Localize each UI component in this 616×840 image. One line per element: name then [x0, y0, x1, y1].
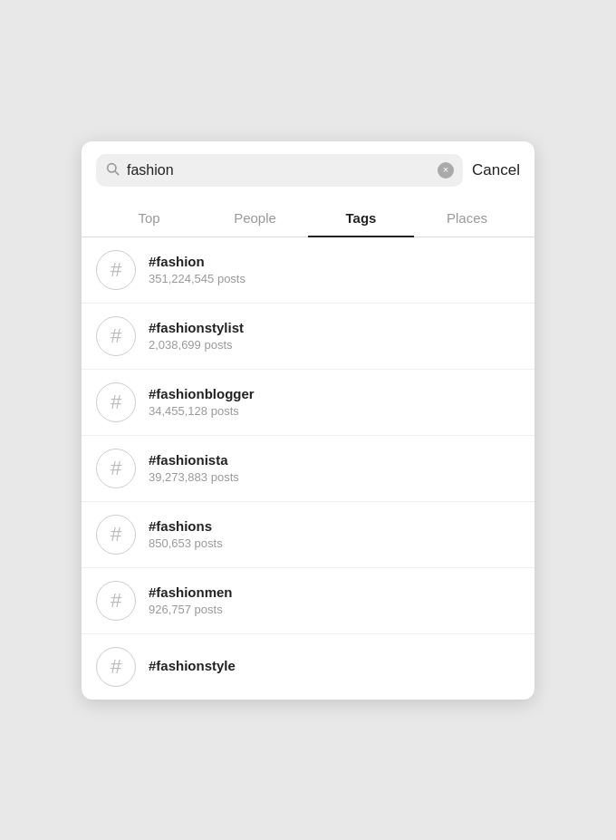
- result-text: #fashions 850,653 posts: [149, 518, 223, 550]
- result-count: 34,455,128 posts: [149, 404, 255, 418]
- search-icon: [105, 161, 120, 179]
- result-count: 39,273,883 posts: [149, 470, 239, 484]
- list-item[interactable]: # #fashionstyle: [82, 634, 534, 700]
- list-item[interactable]: # #fashionstylist 2,038,699 posts: [82, 304, 534, 370]
- list-item[interactable]: # #fashionista 39,273,883 posts: [82, 436, 534, 502]
- hashtag-icon: #: [96, 581, 136, 621]
- search-bar: × Cancel: [82, 141, 534, 199]
- result-text: #fashionblogger 34,455,128 posts: [149, 386, 255, 418]
- hashtag-icon: #: [96, 449, 136, 488]
- result-name: #fashionmen: [149, 584, 233, 600]
- search-input[interactable]: [127, 162, 430, 179]
- result-name: #fashion: [149, 254, 245, 269]
- hashtag-icon: #: [96, 316, 136, 356]
- result-count: 351,224,545 posts: [149, 272, 245, 285]
- svg-line-1: [115, 171, 119, 175]
- tab-places[interactable]: Places: [414, 199, 520, 237]
- result-text: #fashion 351,224,545 posts: [149, 254, 245, 285]
- result-count: 2,038,699 posts: [149, 338, 244, 352]
- search-input-wrapper: ×: [96, 154, 463, 187]
- result-name: #fashions: [149, 518, 223, 534]
- tabs-bar: Top People Tags Places: [82, 199, 534, 237]
- list-item[interactable]: # #fashion 351,224,545 posts: [82, 237, 534, 304]
- results-list: # #fashion 351,224,545 posts # #fashions…: [82, 237, 534, 700]
- result-text: #fashionstyle: [149, 658, 236, 676]
- hashtag-icon: #: [96, 250, 136, 290]
- hashtag-icon: #: [96, 515, 136, 555]
- tab-top[interactable]: Top: [96, 199, 202, 237]
- cancel-button[interactable]: Cancel: [472, 161, 520, 179]
- result-name: #fashionstyle: [149, 658, 236, 673]
- list-item[interactable]: # #fashionblogger 34,455,128 posts: [82, 370, 534, 436]
- result-name: #fashionblogger: [149, 386, 255, 401]
- result-count: 850,653 posts: [149, 536, 223, 550]
- list-item[interactable]: # #fashionmen 926,757 posts: [82, 568, 534, 634]
- result-text: #fashionista 39,273,883 posts: [149, 452, 239, 484]
- clear-button[interactable]: ×: [438, 162, 454, 179]
- search-panel: × Cancel Top People Tags Places # #fashi…: [82, 141, 534, 700]
- tab-tags[interactable]: Tags: [308, 199, 414, 237]
- result-count: 926,757 posts: [149, 603, 233, 616]
- hashtag-icon: #: [96, 647, 136, 687]
- list-item[interactable]: # #fashions 850,653 posts: [82, 502, 534, 568]
- result-name: #fashionista: [149, 452, 239, 468]
- result-text: #fashionstylist 2,038,699 posts: [149, 320, 244, 352]
- result-name: #fashionstylist: [149, 320, 244, 335]
- result-text: #fashionmen 926,757 posts: [149, 584, 233, 616]
- tab-people[interactable]: People: [202, 199, 308, 237]
- hashtag-icon: #: [96, 382, 136, 422]
